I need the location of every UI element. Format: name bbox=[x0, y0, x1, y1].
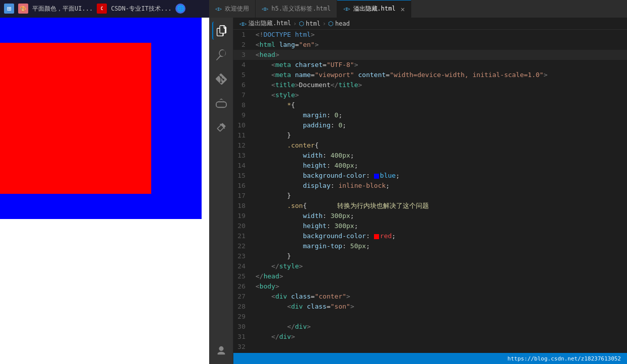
code-line: 29 bbox=[233, 312, 627, 322]
line-content: .conter{ bbox=[254, 140, 627, 151]
line-number: 28 bbox=[233, 302, 254, 312]
taskbar-palette-label[interactable]: 平面颜色，平面UI... bbox=[32, 5, 93, 13]
code-line: 21 background-color: red; bbox=[233, 231, 627, 241]
code-line: 30 </div> bbox=[233, 322, 627, 332]
line-number: 31 bbox=[233, 332, 254, 342]
tab-overflow-icon: ◁▷ bbox=[343, 6, 350, 12]
line-content: } bbox=[254, 251, 627, 261]
line-content: background-color: red; bbox=[254, 231, 627, 241]
activity-extensions-icon[interactable] bbox=[212, 118, 230, 136]
line-content: } bbox=[254, 130, 627, 140]
line-content: width: 300px; bbox=[254, 211, 627, 221]
code-line: 16 display: inline-block; bbox=[233, 181, 627, 191]
activity-debug-icon[interactable] bbox=[212, 94, 230, 112]
line-content: background-color: blue; bbox=[254, 171, 627, 181]
line-number: 19 bbox=[233, 211, 254, 221]
line-content: *{ bbox=[254, 100, 627, 110]
blue-container-box bbox=[0, 18, 202, 219]
breadcrumb-file[interactable]: 溢出隐藏.html bbox=[248, 19, 291, 28]
taskbar-apps-icon[interactable]: ⊞ bbox=[4, 4, 14, 14]
code-line: 26 <body> bbox=[233, 281, 627, 292]
line-content: <div class="conter"> bbox=[254, 292, 627, 302]
tab-welcome[interactable]: ◁▷ 欢迎使用 bbox=[209, 0, 256, 18]
line-content: <head> bbox=[254, 50, 627, 60]
code-line: 18 .son{转换为行内块也解决了这个问题 bbox=[233, 201, 627, 211]
line-number: 24 bbox=[233, 261, 254, 271]
line-number: 1 bbox=[233, 30, 254, 40]
line-content: </div> bbox=[254, 332, 627, 342]
line-content: <meta charset="UTF-8"> bbox=[254, 60, 627, 70]
code-line: 17 } bbox=[233, 191, 627, 201]
line-content: margin-top: 50px; bbox=[254, 241, 627, 251]
preview-content bbox=[0, 18, 209, 364]
line-number: 15 bbox=[233, 171, 254, 181]
tab-overflow[interactable]: ◁▷ 溢出隐藏.html ✕ bbox=[337, 0, 411, 18]
tab-h5[interactable]: ◁▷ h5.语义话标签.html bbox=[256, 0, 337, 18]
line-content: </div> bbox=[254, 322, 627, 332]
activity-explorer-icon[interactable] bbox=[212, 22, 230, 40]
line-content: </style> bbox=[254, 261, 627, 271]
code-editor[interactable]: 1 <!DOCTYPE html> 2 <html lang="en"> 3 <… bbox=[233, 30, 627, 353]
taskbar-csdn-label[interactable]: CSDN-专业IT技术... bbox=[111, 5, 171, 13]
line-number: 20 bbox=[233, 221, 254, 231]
code-line: 8 *{ bbox=[233, 100, 627, 110]
code-line: 3 <head> bbox=[233, 50, 627, 60]
line-content: height: 300px; bbox=[254, 221, 627, 231]
line-content: <html lang="en"> bbox=[254, 40, 627, 50]
line-content: width: 400px; bbox=[254, 151, 627, 161]
code-line: 31 </div> bbox=[233, 332, 627, 342]
line-content: .son{转换为行内块也解决了这个问题 bbox=[254, 201, 627, 211]
tab-overflow-label: 溢出隐藏.html bbox=[353, 5, 396, 13]
taskbar-palette-icon[interactable]: 🎨 bbox=[18, 4, 28, 14]
code-line: 25 </head> bbox=[233, 271, 627, 281]
tab-h5-label: h5.语义话标签.html bbox=[272, 5, 331, 13]
code-line: 9 margin: 0; bbox=[233, 110, 627, 120]
code-line: 33 </body> bbox=[233, 352, 627, 353]
status-bar: https://blog.csdn.net/z18237613052 bbox=[233, 353, 627, 364]
code-line: 28 <div class="son"> bbox=[233, 302, 627, 312]
code-line: 19 width: 300px; bbox=[233, 211, 627, 221]
status-url: https://blog.csdn.net/z18237613052 bbox=[508, 355, 621, 362]
line-number: 3 bbox=[233, 50, 254, 60]
line-number: 26 bbox=[233, 281, 254, 292]
tab-h5-icon: ◁▷ bbox=[262, 6, 268, 12]
line-content bbox=[254, 312, 627, 322]
activity-bar bbox=[209, 18, 233, 364]
line-number: 13 bbox=[233, 151, 254, 161]
taskbar-csdn-icon[interactable]: C bbox=[97, 4, 107, 14]
line-number: 5 bbox=[233, 70, 254, 80]
line-number: 29 bbox=[233, 312, 254, 322]
line-content: <!DOCTYPE html> bbox=[254, 30, 627, 40]
breadcrumb-html[interactable]: html bbox=[306, 20, 321, 27]
line-content bbox=[254, 342, 627, 352]
line-number: 7 bbox=[233, 90, 254, 100]
activity-git-icon[interactable] bbox=[212, 70, 230, 88]
breadcrumb-head[interactable]: head bbox=[335, 20, 350, 27]
line-number: 21 bbox=[233, 231, 254, 241]
code-line: 5 <meta name="viewport" content="width=d… bbox=[233, 70, 627, 80]
line-content: } bbox=[254, 191, 627, 201]
line-number: 23 bbox=[233, 251, 254, 261]
code-line: 14 height: 400px; bbox=[233, 161, 627, 171]
line-number: 18 bbox=[233, 201, 254, 211]
line-number: 9 bbox=[233, 110, 254, 120]
code-line: 1 <!DOCTYPE html> bbox=[233, 30, 627, 40]
activity-search-icon[interactable] bbox=[212, 46, 230, 64]
code-line: 23 } bbox=[233, 251, 627, 261]
line-number: 6 bbox=[233, 80, 254, 90]
activity-account-icon[interactable] bbox=[212, 342, 230, 360]
tab-bar: ◁▷ 欢迎使用 ◁▷ h5.语义话标签.html ◁▷ 溢出隐藏.html ✕ bbox=[209, 0, 627, 18]
line-content: </body> bbox=[254, 352, 627, 353]
code-line: 24 </style> bbox=[233, 261, 627, 271]
tab-close-button[interactable]: ✕ bbox=[401, 5, 405, 13]
breadcrumb-html-icon: ⬡ bbox=[299, 20, 304, 27]
taskbar-browser-icon[interactable]: 🌐 bbox=[175, 4, 185, 14]
code-line: 13 width: 400px; bbox=[233, 151, 627, 161]
line-number: 2 bbox=[233, 40, 254, 50]
line-content: <style> bbox=[254, 90, 627, 100]
line-number: 32 bbox=[233, 342, 254, 352]
code-line: 22 margin-top: 50px; bbox=[233, 241, 627, 251]
line-number: 25 bbox=[233, 271, 254, 281]
code-line: 11 } bbox=[233, 130, 627, 140]
breadcrumb-icon: ◁▷ bbox=[239, 20, 246, 27]
